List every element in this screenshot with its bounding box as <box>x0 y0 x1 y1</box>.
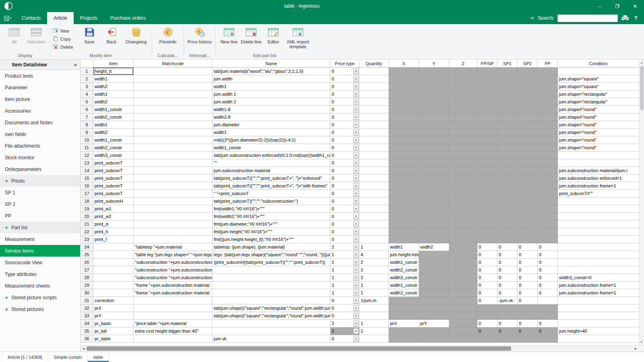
row-number[interactable]: 27 <box>80 266 93 274</box>
cell-sp1[interactable]: -jum.vk <box>497 297 518 304</box>
cell-x[interactable] <box>389 182 419 190</box>
minimize-button[interactable]: – <box>591 0 609 12</box>
cell-y[interactable] <box>419 205 449 213</box>
cell-quantity[interactable] <box>359 213 389 220</box>
cell-item[interactable]: print_w2 <box>93 213 134 220</box>
cell-name[interactable]: width1_constr <box>213 144 330 152</box>
cell-pp[interactable] <box>538 83 558 90</box>
cell-quantity[interactable] <box>359 136 389 144</box>
menu-tab-projects[interactable]: Projects <box>74 12 104 24</box>
cell-z[interactable] <box>449 289 477 297</box>
cell-z[interactable] <box>449 236 477 243</box>
cell-item[interactable]: print_l <box>93 236 134 243</box>
cell-x[interactable] <box>389 220 419 228</box>
cell-condition[interactable]: jum.shape#"round" <box>558 113 639 121</box>
sidebar-item-measurement-sheets[interactable]: Measurement sheets <box>0 280 80 292</box>
cell-x[interactable] <box>389 106 419 113</box>
sidebar-item-own-fields[interactable]: own fields <box>0 128 80 140</box>
cell-condition[interactable]: jum.subconstruction frame=1 <box>558 182 639 190</box>
column-header-x[interactable]: X <box>389 60 419 67</box>
row-number[interactable]: 5 <box>80 98 93 106</box>
cell-name[interactable]: jum.diameter <box>213 121 330 129</box>
row-number[interactable]: 13 <box>80 159 93 167</box>
cell-ppsp[interactable]: 0 <box>477 282 497 289</box>
sidebar-item-sp-1[interactable]: SP 1 <box>0 187 80 198</box>
cell-quantity[interactable] <box>359 228 389 236</box>
cell-name[interactable] <box>213 297 330 304</box>
cell-condition[interactable]: jum.shape="round" <box>558 136 639 144</box>
cell-y[interactable]: width2 <box>419 243 449 251</box>
cell-name[interactable]: " "+print_subconT <box>213 190 330 197</box>
cell-sp1[interactable] <box>497 106 518 113</box>
cell-z[interactable] <box>449 243 477 251</box>
cell-y[interactable] <box>419 197 449 205</box>
cell-sp2[interactable]: 0 <box>518 266 538 274</box>
cell-condition[interactable] <box>558 213 639 220</box>
cell-name[interactable]: jum.width 1 <box>213 90 330 98</box>
cell-matchcode[interactable] <box>134 113 213 121</box>
back-button[interactable]: Back <box>101 25 122 51</box>
cell-x[interactable]: width1_constr <box>389 259 419 266</box>
cell-ppsp[interactable]: 0 <box>477 266 497 274</box>
cell-item[interactable]: print_subconT <box>93 175 134 182</box>
cell-quantity[interactable]: 1 <box>359 320 389 327</box>
cell-sp2[interactable] <box>518 228 538 236</box>
row-number[interactable]: 15 <box>80 175 93 182</box>
cell-y[interactable] <box>419 266 449 274</box>
cell-x[interactable] <box>389 98 419 106</box>
cell-item[interactable]: width1 <box>93 121 134 129</box>
cell-z[interactable] <box>449 220 477 228</box>
price-type-dropdown[interactable]: ▼ <box>353 237 359 243</box>
row-number[interactable]: 7 <box>80 113 93 121</box>
cell-quantity[interactable] <box>359 121 389 129</box>
cell-matchcode[interactable] <box>134 312 213 320</box>
cell-z[interactable] <box>449 83 477 90</box>
cell-condition[interactable] <box>558 259 639 266</box>
cell-condition[interactable]: jum.shape#"round" <box>558 106 639 113</box>
cell-matchcode[interactable] <box>134 335 213 343</box>
column-header-name[interactable]: Name <box>213 60 330 67</box>
cell-sp2[interactable] <box>518 98 538 106</box>
cell-y[interactable] <box>419 152 449 159</box>
cell-matchcode[interactable] <box>134 136 213 144</box>
cell-quantity[interactable] <box>359 144 389 152</box>
cell-sp2[interactable] <box>518 75 538 83</box>
cell-name[interactable]: tab(jum.subconstruction enforced)(0;1:0;… <box>213 152 330 159</box>
price-type-dropdown[interactable]: ▼ <box>353 107 359 113</box>
cell-ppsp[interactable]: 0 <box>477 259 497 266</box>
price-history-button[interactable]: € Price history <box>187 25 213 51</box>
cell-condition[interactable] <box>558 197 639 205</box>
column-header-sp2[interactable]: SP2 <box>518 60 538 67</box>
cell-ppsp[interactable]: 0 <box>477 320 497 327</box>
cell-price-type[interactable]: 0▼ <box>330 205 359 213</box>
cell-matchcode[interactable]: "tabletop "+jum.material <box>134 243 213 251</box>
cell-z[interactable] <box>449 312 477 320</box>
cell-item[interactable] <box>93 289 134 297</box>
price-type-dropdown[interactable]: ▼ <box>353 298 359 304</box>
cell-z[interactable] <box>449 274 477 282</box>
cell-name[interactable]: {print_subconH}{tab(print_subconT)("";""… <box>213 259 330 266</box>
xml-import-template-button[interactable]: XML import template <box>285 25 311 51</box>
cell-item[interactable]: print_w1 <box>93 205 134 213</box>
changelog-button[interactable]: Changelog <box>123 25 149 51</box>
cell-sp2[interactable] <box>518 90 538 98</box>
cell-condition[interactable]: width3_constr>0 <box>558 274 639 282</box>
cell-x[interactable]: width2_constr <box>389 289 419 297</box>
cell-pp[interactable]: 0 <box>538 259 558 266</box>
cell-x[interactable] <box>389 335 419 343</box>
cell-name[interactable] <box>213 266 330 274</box>
cell-name[interactable]: tab(jum.material)("wood";"alu";"glass":2… <box>213 68 330 75</box>
cell-z[interactable] <box>449 259 477 266</box>
app-menu-button[interactable]: ▾ <box>0 12 15 24</box>
price-type-dropdown[interactable]: ▼ <box>353 198 359 204</box>
price-type-dropdown[interactable]: ▼ <box>353 259 359 265</box>
cell-sp1[interactable] <box>497 129 518 136</box>
cell-item[interactable]: pr_tall <box>93 327 134 335</box>
all-button[interactable]: All <box>4 25 25 51</box>
cell-sp2[interactable] <box>518 159 538 167</box>
sidebar-item-product-texts[interactable]: Product texts <box>0 70 80 82</box>
cell-condition[interactable] <box>558 228 639 236</box>
cell-quantity[interactable]: 1 <box>359 327 389 335</box>
row-number[interactable]: 18 <box>80 197 93 205</box>
cell-y[interactable] <box>419 335 449 343</box>
